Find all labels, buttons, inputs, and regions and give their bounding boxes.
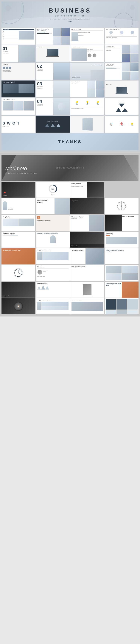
- story3-label: Story your own adventure: [37, 300, 69, 301]
- story2-label: Story your own adventure: [71, 266, 103, 268]
- swot-t: T: [17, 121, 20, 126]
- company-values-label: OUR COMPANY VALUES: [106, 29, 138, 30]
- thumb-social-mock: MOCKUP f t g Lorem ipsum dolor sit amet …: [1, 63, 35, 80]
- slide-dot: [69, 21, 70, 22]
- mori-grid-squares: [105, 298, 139, 314]
- desc-02: 产品功能简介: [37, 68, 53, 70]
- four-pics: [53, 28, 70, 44]
- desc-03: 产品功能简介: [37, 86, 53, 87]
- pic-cell-3: [53, 36, 61, 44]
- val-desc: Lorem ipsum dolor sit amet: [106, 37, 138, 38]
- icon-label3: Best: [131, 125, 134, 126]
- nature2-label: The nature of place: [2, 233, 34, 234]
- thumb-icons-row: 📊 Data 🎯 Goal ⭐ Best: [105, 116, 139, 132]
- desc-01: 产品功能简介: [2, 51, 8, 52]
- thumb-04: 04 产品功能简介 介绍说明文字: [36, 98, 70, 115]
- gs-6: [127, 310, 138, 314]
- there-is-beauty: There is Beauty in simplicity: [37, 200, 54, 203]
- orange-bar: [106, 235, 110, 236]
- gs-5: [117, 310, 127, 314]
- arch-grid-1: [106, 266, 122, 273]
- svg-point-9: [121, 202, 122, 202]
- triangle-up-1: [116, 108, 121, 112]
- svg-text:75%: 75%: [51, 188, 54, 190]
- watch-face: ⌚: [17, 305, 19, 307]
- triangle-down: [119, 104, 125, 107]
- pic-cell-2: [62, 28, 70, 36]
- watch-shape: ⌚: [14, 302, 23, 311]
- bulb-icon: 💡: [75, 101, 78, 104]
- mori-nature-4: The nature of place: [70, 298, 104, 314]
- svg-point-16: [118, 202, 119, 204]
- morimoto-cover: @素材兔 / www.sucaku.cc Morimoto FINANCIAL …: [1, 155, 139, 181]
- desc-03b: 介绍说明文字: [37, 88, 53, 89]
- icon-label1: Data: [110, 125, 113, 126]
- morimoto-title: Morimoto: [5, 166, 27, 172]
- ci-text: Lorem ipsum: [87, 49, 102, 50]
- nature-img: [89, 215, 104, 231]
- tri-dark-3: [56, 124, 61, 127]
- num-01: 01: [2, 46, 8, 51]
- life-adventure-label: Life is an adventure: [122, 216, 138, 218]
- triangle-up-2: [122, 108, 128, 112]
- nature-desc: Lorem ipsum: [71, 218, 88, 219]
- about-me-label: About me: [37, 266, 69, 268]
- family-arch: [50, 236, 56, 243]
- beauty-awards-label: Beauty Awards: [71, 183, 87, 184]
- section-business: BUSINESS Business Project Plan Lorem ips…: [0, 0, 140, 152]
- location-pin: 📍: [3, 192, 7, 195]
- mori-beauty-awards: Beauty Awards Lorem ipsum dolor sit amet: [70, 182, 104, 198]
- mori-go-alive-2: Go where you feel most alive: [105, 282, 139, 298]
- content-item2: 02: [2, 34, 18, 35]
- swot-letters: S W O T: [2, 121, 34, 126]
- mori-01: 01 Lorem ipsum dolor sit amet: [1, 198, 35, 214]
- laptop-icon: [47, 49, 59, 56]
- swot-o: O: [12, 121, 16, 126]
- mori-row-4: The nature of place The family is one of…: [1, 232, 139, 248]
- icon-label2: Goal: [120, 125, 123, 126]
- clock-svg: [13, 268, 23, 278]
- go-where-label: Go where you feel most alive: [2, 250, 34, 251]
- svg-point-10: [125, 206, 126, 207]
- thumb-row-6: S W O T SWOT Analysis FOUR STYLE HERE: [1, 116, 139, 132]
- google-icon: g: [8, 67, 11, 69]
- thumb-tri-dark: FOUR STYLE HERE: [36, 116, 70, 132]
- svg-point-14: [124, 208, 125, 210]
- simplicity-label: Simplicity: [2, 216, 34, 218]
- orange-sq: 02: [37, 216, 40, 219]
- mori-01-label: 01: [2, 200, 34, 200]
- proj-desc2: Consectetur: [78, 35, 103, 36]
- pic3-cell-1: [122, 63, 130, 71]
- tri-dark-2: [51, 124, 55, 127]
- nature-label: The nature of place: [71, 216, 88, 218]
- thumb-project: PROJECT NAME Lorem ipsum dolor sit amet …: [70, 28, 104, 44]
- mori-nature: The nature of place Lorem ipsum: [70, 215, 104, 231]
- icon-star: ⭐: [131, 122, 134, 125]
- watermark: @素材兔 / www.sucaku.cc: [56, 166, 84, 169]
- num-02: 02: [37, 64, 53, 68]
- office-text: This is your office: [2, 295, 10, 296]
- twitter-icon: t: [5, 67, 8, 69]
- family-label: The family is one of nature's masterpiec…: [37, 233, 69, 234]
- story3-img1: [37, 302, 41, 310]
- story-img1: [37, 252, 42, 260]
- fashion-label: FASHION STYLE: [91, 64, 103, 66]
- mori-ferris: [105, 198, 139, 214]
- pic-cell-1: [53, 28, 61, 36]
- idea3: Idea: [96, 104, 99, 105]
- four-left-2b: ON THE LEFT SIDE: [106, 48, 120, 48]
- nature2-img1: [2, 235, 18, 236]
- mori-row-7: This is your office The nature of place: [1, 282, 139, 298]
- awards-desc: Lorem ipsum dolor sit amet: [71, 186, 87, 187]
- num-04: 04: [37, 99, 53, 104]
- thumb-content: CONTENT 01 02 03 04: [1, 28, 35, 44]
- section-morimoto: @素材兔 / www.sucaku.cc Morimoto FINANCIAL …: [0, 153, 140, 316]
- content-item: 01: [2, 31, 18, 32]
- thumb-content-image: Content and Image Slide Lorem ipsum dolo…: [70, 45, 104, 62]
- svg-point-12: [117, 206, 118, 207]
- content-item4: 04: [2, 38, 18, 40]
- thumb-02: 02 产品功能简介 介绍说明文字: [36, 63, 70, 80]
- mori-life-dark: Life is an adventure: [70, 232, 104, 248]
- orange-beauty-text: There is beauty in simplicity: [37, 220, 69, 221]
- mock-laptop-label: MOCKUP: [106, 84, 111, 85]
